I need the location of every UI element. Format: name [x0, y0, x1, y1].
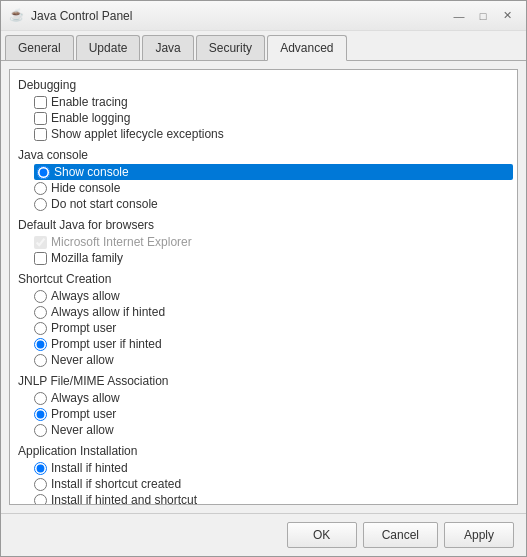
scroll-panel[interactable]: Debugging Enable tracing Enable logging …	[9, 69, 518, 505]
close-button[interactable]: ✕	[496, 5, 518, 27]
title-controls: — □ ✕	[448, 5, 518, 27]
java-console-section-label: Java console	[18, 148, 513, 162]
jnlp-prompt-user-row: Prompt user	[34, 406, 513, 422]
maximize-button[interactable]: □	[472, 5, 494, 27]
shortcut-prompt-user-hinted-row: Prompt user if hinted	[34, 336, 513, 352]
enable-tracing-row: Enable tracing	[34, 94, 513, 110]
shortcut-prompt-user-label: Prompt user	[51, 321, 116, 335]
jnlp-never-allow-radio[interactable]	[34, 424, 47, 437]
title-bar: ☕ Java Control Panel — □ ✕	[1, 1, 526, 31]
apply-button[interactable]: Apply	[444, 522, 514, 548]
shortcut-never-allow-row: Never allow	[34, 352, 513, 368]
show-console-radio[interactable]	[37, 166, 50, 179]
title-bar-left: ☕ Java Control Panel	[9, 8, 132, 24]
show-console-label: Show console	[54, 165, 129, 179]
hide-console-radio[interactable]	[34, 182, 47, 195]
tab-advanced[interactable]: Advanced	[267, 35, 346, 61]
tab-general[interactable]: General	[5, 35, 74, 60]
jnlp-section-label: JNLP File/MIME Association	[18, 374, 513, 388]
shortcut-always-allow-row: Always allow	[34, 288, 513, 304]
ie-label: Microsoft Internet Explorer	[51, 235, 192, 249]
window-title: Java Control Panel	[31, 9, 132, 23]
app-install-items: Install if hinted Install if shortcut cr…	[18, 460, 513, 505]
jnlp-prompt-user-radio[interactable]	[34, 408, 47, 421]
default-java-section-label: Default Java for browsers	[18, 218, 513, 232]
tab-bar: General Update Java Security Advanced	[1, 31, 526, 61]
shortcut-creation-section-label: Shortcut Creation	[18, 272, 513, 286]
mozilla-label: Mozilla family	[51, 251, 123, 265]
jnlp-never-allow-label: Never allow	[51, 423, 114, 437]
applet-lifecycle-checkbox[interactable]	[34, 128, 47, 141]
tab-update[interactable]: Update	[76, 35, 141, 60]
shortcut-prompt-user-hinted-label: Prompt user if hinted	[51, 337, 162, 351]
install-if-shortcut-label: Install if shortcut created	[51, 477, 181, 491]
app-icon: ☕	[9, 8, 25, 24]
shortcut-prompt-user-radio[interactable]	[34, 322, 47, 335]
hide-console-label: Hide console	[51, 181, 120, 195]
cancel-button[interactable]: Cancel	[363, 522, 438, 548]
install-if-shortcut-row: Install if shortcut created	[34, 476, 513, 492]
enable-logging-checkbox[interactable]	[34, 112, 47, 125]
java-console-items: Show console Hide console Do not start c…	[18, 164, 513, 212]
no-start-console-label: Do not start console	[51, 197, 158, 211]
jnlp-always-allow-row: Always allow	[34, 390, 513, 406]
bottom-bar: OK Cancel Apply	[1, 513, 526, 556]
shortcut-always-allow-hinted-radio[interactable]	[34, 306, 47, 319]
ie-row: Microsoft Internet Explorer	[34, 234, 513, 250]
no-start-console-row: Do not start console	[34, 196, 513, 212]
enable-logging-label: Enable logging	[51, 111, 130, 125]
app-install-section-label: Application Installation	[18, 444, 513, 458]
jnlp-always-allow-radio[interactable]	[34, 392, 47, 405]
show-console-row: Show console	[34, 164, 513, 180]
shortcut-never-allow-radio[interactable]	[34, 354, 47, 367]
install-if-hinted-row: Install if hinted	[34, 460, 513, 476]
shortcut-never-allow-label: Never allow	[51, 353, 114, 367]
install-if-shortcut-radio[interactable]	[34, 478, 47, 491]
ok-button[interactable]: OK	[287, 522, 357, 548]
tab-security[interactable]: Security	[196, 35, 265, 60]
shortcut-always-allow-radio[interactable]	[34, 290, 47, 303]
hide-console-row: Hide console	[34, 180, 513, 196]
ie-checkbox[interactable]	[34, 236, 47, 249]
default-java-items: Microsoft Internet Explorer Mozilla fami…	[18, 234, 513, 266]
jnlp-never-allow-row: Never allow	[34, 422, 513, 438]
enable-tracing-label: Enable tracing	[51, 95, 128, 109]
enable-logging-row: Enable logging	[34, 110, 513, 126]
install-if-hinted-shortcut-radio[interactable]	[34, 494, 47, 506]
content-area: Debugging Enable tracing Enable logging …	[1, 61, 526, 513]
applet-lifecycle-label: Show applet lifecycle exceptions	[51, 127, 224, 141]
debugging-section-label: Debugging	[18, 78, 513, 92]
install-if-hinted-shortcut-label: Install if hinted and shortcut	[51, 493, 197, 505]
shortcut-prompt-user-hinted-radio[interactable]	[34, 338, 47, 351]
shortcut-creation-items: Always allow Always allow if hinted Prom…	[18, 288, 513, 368]
install-if-hinted-radio[interactable]	[34, 462, 47, 475]
debugging-items: Enable tracing Enable logging Show apple…	[18, 94, 513, 142]
install-if-hinted-shortcut-row: Install if hinted and shortcut	[34, 492, 513, 505]
tab-java[interactable]: Java	[142, 35, 193, 60]
shortcut-always-allow-hinted-row: Always allow if hinted	[34, 304, 513, 320]
no-start-console-radio[interactable]	[34, 198, 47, 211]
main-window: ☕ Java Control Panel — □ ✕ General Updat…	[0, 0, 527, 557]
applet-lifecycle-row: Show applet lifecycle exceptions	[34, 126, 513, 142]
mozilla-row: Mozilla family	[34, 250, 513, 266]
jnlp-items: Always allow Prompt user Never allow	[18, 390, 513, 438]
install-if-hinted-label: Install if hinted	[51, 461, 128, 475]
minimize-button[interactable]: —	[448, 5, 470, 27]
jnlp-prompt-user-label: Prompt user	[51, 407, 116, 421]
enable-tracing-checkbox[interactable]	[34, 96, 47, 109]
mozilla-checkbox[interactable]	[34, 252, 47, 265]
jnlp-always-allow-label: Always allow	[51, 391, 120, 405]
shortcut-prompt-user-row: Prompt user	[34, 320, 513, 336]
shortcut-always-allow-label: Always allow	[51, 289, 120, 303]
shortcut-always-allow-hinted-label: Always allow if hinted	[51, 305, 165, 319]
